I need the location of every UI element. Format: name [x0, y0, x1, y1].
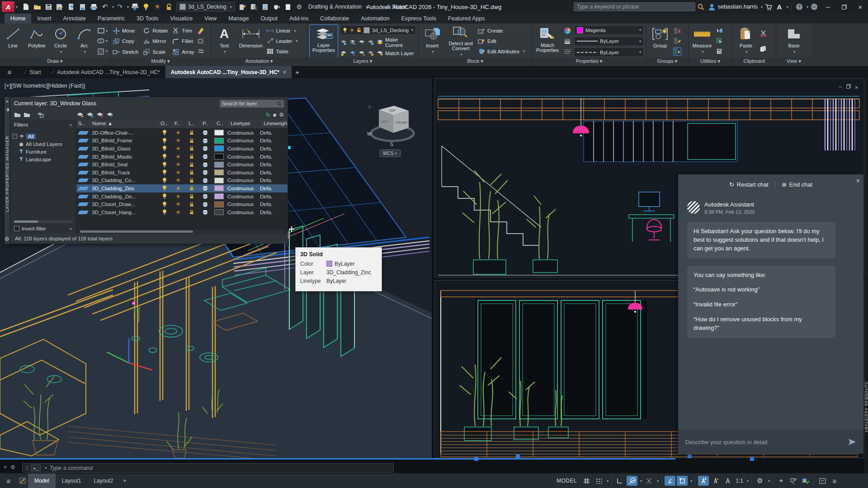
panel-label-view[interactable]: View ▾: [776, 57, 811, 66]
polar-tracking-icon[interactable]: [627, 476, 637, 486]
ribbon-tab[interactable]: Featured Apps: [442, 14, 491, 23]
select-similar-tool[interactable]: [716, 38, 723, 45]
create-block-tool[interactable]: ✦Create: [478, 26, 527, 36]
ribbon-tab[interactable]: Express Tools: [395, 14, 442, 23]
table-tool[interactable]: Table: [267, 47, 305, 56]
layer-row[interactable]: 3D_Closet_Draw... ☀ Continuous Defa.: [76, 200, 288, 208]
qat-layer-dropdown[interactable]: 3d_LS_Decking ▾: [176, 2, 235, 12]
clean-screen-icon[interactable]: [817, 476, 828, 486]
suggestion-text[interactable]: “Invalid file error”: [693, 300, 829, 309]
layer-column-header[interactable]: C..: [215, 120, 229, 128]
edit-block-tool[interactable]: Edit: [478, 36, 527, 46]
layer-row[interactable]: 3D_Closet_Hang... ☀ Continuous Defa.: [76, 208, 288, 216]
preview-icon[interactable]: [249, 1, 259, 12]
ungroup-tool[interactable]: [674, 27, 681, 34]
filter-all[interactable]: − ✓ All: [12, 132, 74, 140]
layer-column-header[interactable]: O..: [159, 120, 173, 128]
annotation-visibility-icon[interactable]: [698, 476, 709, 486]
polar-caret-icon[interactable]: ▾: [640, 479, 642, 483]
ribbon-tab[interactable]: Output: [255, 14, 283, 23]
detect-convert-tool[interactable]: Detect and Convert▾: [446, 25, 476, 57]
modify-tool[interactable]: Trim: [172, 26, 194, 36]
isodraft-icon[interactable]: ∠: [665, 476, 675, 486]
leader-tool[interactable]: Leader▾: [267, 36, 305, 46]
annotation-scale-value[interactable]: 1:1: [735, 476, 744, 486]
layer-properties-button[interactable]: Layer Properties: [310, 25, 338, 57]
edit-attributes-tool[interactable]: Edit Attributes▾: [478, 47, 527, 56]
layer-column-header[interactable]: F..: [173, 120, 187, 128]
offset-tool[interactable]: [198, 48, 205, 55]
help-icon[interactable]: ?: [794, 2, 804, 12]
panel-label-clipboard[interactable]: Clipboard: [732, 57, 776, 66]
panel-label-groups[interactable]: Groups ▾: [646, 57, 688, 66]
layer-search-input[interactable]: Search for layer: [220, 100, 284, 108]
modify-tool[interactable]: Copy: [113, 36, 138, 46]
refresh-icon[interactable]: ↻: [266, 112, 270, 118]
viewport-label[interactable]: [+][SW Isometric][Hidden (Fast)]: [5, 83, 85, 89]
delete-layer-icon[interactable]: ✕: [96, 112, 104, 118]
new-drawing-tab-button[interactable]: +: [292, 66, 303, 78]
set-current-layer-icon[interactable]: ✓: [106, 112, 113, 118]
layer-states-icon[interactable]: [37, 112, 44, 118]
cut-tool[interactable]: [760, 30, 767, 37]
layer-row[interactable]: 3D_Cladding_Co... ☀ Continuous Defa.: [76, 177, 288, 185]
layer-isolate-tool[interactable]: [349, 39, 356, 46]
filter-landscape[interactable]: Landscape: [12, 155, 74, 163]
layer-prev-tool[interactable]: ☀: [358, 50, 365, 57]
palette-close-icon[interactable]: ×: [5, 99, 9, 105]
filter-all-used[interactable]: All Used Layers: [12, 140, 74, 148]
workspace-dropdown[interactable]: Drafting & Annotation ▾≂: [305, 2, 378, 12]
assistant-vertical-label[interactable]: AUTODESK ASSISTANT: [864, 382, 868, 433]
rectangle-tool[interactable]: ▾: [97, 27, 108, 34]
app-menu-caret-icon[interactable]: ▾: [16, 5, 18, 9]
new-layout-button[interactable]: +: [119, 476, 130, 486]
plot-icon[interactable]: [77, 1, 88, 12]
lineweight-dropdown[interactable]: ByLayer▾: [574, 37, 644, 46]
redo-caret-icon[interactable]: ▾: [127, 5, 129, 9]
layer-table-scrollbar[interactable]: [78, 230, 284, 233]
layer-thaw-all-tool[interactable]: [349, 50, 356, 57]
modify-tool[interactable]: Move: [113, 26, 138, 36]
quick-select-tool[interactable]: ✦: [716, 27, 723, 34]
messages-icon[interactable]: [809, 2, 819, 12]
restart-chat-button[interactable]: ↻Restart chat: [729, 181, 769, 188]
search-icon[interactable]: [696, 2, 706, 12]
open-folder-icon[interactable]: [32, 1, 42, 12]
redo-icon[interactable]: ↷: [114, 1, 125, 12]
ribbon-tab[interactable]: Home: [5, 14, 31, 23]
edit-drawing-icon[interactable]: [237, 1, 248, 12]
ribbon-tab[interactable]: Annotate: [57, 14, 92, 23]
grid-icon[interactable]: [581, 476, 592, 486]
layer-row[interactable]: 3D_Cladding_Zinc ☀ Continuous Defa.: [76, 184, 288, 192]
assistant-input[interactable]: Describe your question in detail: [678, 430, 863, 454]
minimize-button[interactable]: ─: [820, 0, 835, 13]
copy-clip-tool[interactable]: [760, 45, 767, 52]
wcs-dropdown[interactable]: WCS▾: [380, 150, 401, 157]
new-group-filter-icon[interactable]: [24, 112, 30, 117]
text-tool[interactable]: AText▾: [213, 25, 235, 57]
autodesk-logo-icon[interactable]: A: [774, 2, 784, 12]
layer-row[interactable]: 3D-Office-Chair-... ☀ Continuous Defa.: [76, 129, 288, 137]
invert-filter-checkbox[interactable]: [14, 226, 19, 231]
open-from-web-icon[interactable]: [66, 1, 76, 12]
print-icon[interactable]: [88, 1, 99, 12]
layer-column-header[interactable]: Lineweigh: [262, 120, 288, 128]
make-current-button[interactable]: Make Current: [385, 37, 416, 48]
pause-icon[interactable]: ◼: [273, 113, 276, 117]
help-caret-icon[interactable]: ▾: [807, 5, 808, 9]
layer-thaw-sun-icon[interactable]: ☀: [152, 1, 163, 12]
customization-icon[interactable]: ≡: [829, 476, 840, 486]
layer-lock-tool[interactable]: [367, 39, 374, 46]
layer-column-header[interactable]: L..: [187, 120, 201, 128]
arc-tool[interactable]: Arc▾: [74, 25, 95, 57]
drawing-restore-icon[interactable]: [846, 84, 851, 91]
ribbon-tab[interactable]: Visualize: [165, 14, 199, 23]
layout-tab[interactable]: Layout1: [56, 474, 88, 488]
panel-label-modify[interactable]: Modify ▾: [110, 57, 211, 66]
polyline-tool[interactable]: Polyline: [26, 25, 48, 57]
drawing-minimize-icon[interactable]: ─: [839, 84, 842, 91]
explode-tool[interactable]: [198, 38, 205, 45]
layer-unlock-all-tool[interactable]: [367, 50, 374, 57]
suggestion-text[interactable]: “How do I remove unused blocks from my d…: [693, 315, 829, 333]
measure-tool[interactable]: Measure▾: [691, 25, 713, 57]
